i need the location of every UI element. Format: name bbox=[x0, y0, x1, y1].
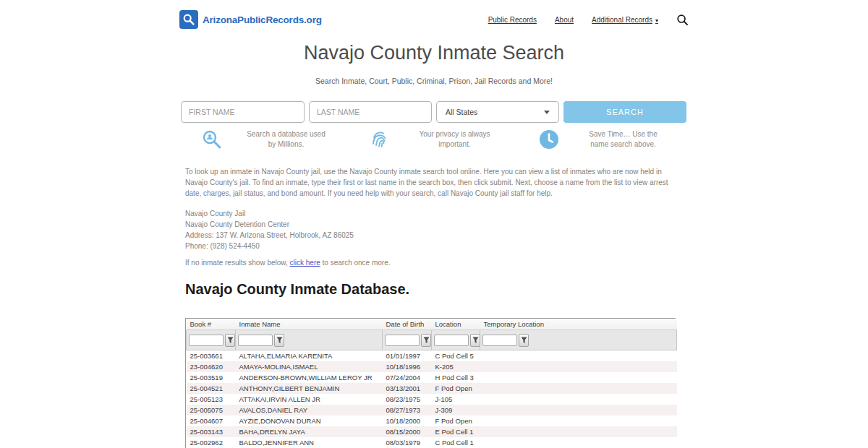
cell-inmate-name: ANTHONY,GILBERT BENJAMIN bbox=[236, 383, 383, 394]
table-row[interactable]: 25-005123 ATTAKAI,IRVIN ALLEN JR 08/23/1… bbox=[187, 394, 677, 405]
first-name-input[interactable] bbox=[181, 101, 305, 123]
table-row[interactable]: 23-004620 AMAYA-MOLINA,ISMAEL 10/18/1996… bbox=[187, 361, 677, 372]
table-row[interactable]: 25-003143 BAHA,DRELYN JAYA 08/15/2000 E … bbox=[187, 426, 677, 437]
cell-date-of-birth: 08/23/1975 bbox=[383, 394, 432, 405]
cell-temporary-location bbox=[480, 372, 677, 383]
inmate-search-form: All States SEARCH bbox=[181, 101, 687, 123]
cell-location: K-205 bbox=[432, 361, 480, 372]
cell-book-number: 25-003661 bbox=[187, 350, 236, 361]
clock-icon bbox=[538, 129, 560, 150]
feature-database: Search a database used by Millions. bbox=[181, 129, 349, 150]
cell-inmate-name: ANDERSON-BROWN,WILLIAM LEROY JR bbox=[236, 372, 383, 383]
table-row[interactable]: 25-003519 ANDERSON-BROWN,WILLIAM LEROY J… bbox=[187, 372, 677, 383]
facility-line: Navajo County Jail bbox=[185, 208, 687, 219]
cell-book-number: 25-002962 bbox=[187, 437, 236, 448]
cell-temporary-location bbox=[480, 383, 677, 394]
cell-book-number: 25-005123 bbox=[187, 394, 236, 405]
filter-input-name[interactable] bbox=[238, 335, 273, 346]
chevron-down-icon bbox=[544, 111, 550, 114]
nav-link-additional-records[interactable]: Additional Records▾ bbox=[592, 16, 658, 24]
cell-location: J-105 bbox=[432, 394, 480, 405]
cell-date-of-birth: 10/18/1996 bbox=[383, 361, 432, 372]
column-header-location[interactable]: Location bbox=[432, 319, 480, 330]
feature-caption: Search a database used by Millions. bbox=[223, 129, 349, 150]
column-header-book[interactable]: Book # bbox=[187, 319, 236, 330]
cell-temporary-location bbox=[480, 437, 677, 448]
funnel-icon[interactable] bbox=[470, 334, 480, 347]
facility-line: Navajo County Detention Center bbox=[185, 219, 687, 230]
retry-link[interactable]: click here bbox=[290, 259, 320, 267]
inmate-table-body: 25-003661 ALTAHA,ELMARIA KARENITA 01/01/… bbox=[187, 350, 677, 448]
facility-info: Navajo County Jail Navajo County Detenti… bbox=[181, 208, 687, 251]
cell-date-of-birth: 08/27/1973 bbox=[383, 405, 432, 415]
cell-temporary-location bbox=[480, 405, 677, 415]
cell-temporary-location bbox=[480, 415, 677, 426]
cell-location: E Pod Cell 1 bbox=[432, 426, 480, 437]
brand-logo[interactable]: ArizonaPublicRecords.org bbox=[179, 10, 322, 29]
filter-input-location[interactable] bbox=[434, 335, 469, 346]
page-subtitle: Search Inmate, Court, Public, Criminal, … bbox=[181, 77, 687, 85]
grid-header-row: Book # Inmate Name Date of Birth Locatio… bbox=[187, 319, 677, 330]
page-title: Navajo County Inmate Search bbox=[181, 42, 687, 64]
retry-text: If no inmate results show below, click h… bbox=[181, 259, 687, 267]
cell-date-of-birth: 03/13/2001 bbox=[383, 383, 432, 394]
cell-inmate-name: ALTAHA,ELMARIA KARENITA bbox=[236, 350, 383, 361]
cell-location: H Pod Cell 3 bbox=[432, 372, 480, 383]
inmate-grid: Book # Inmate Name Date of Birth Locatio… bbox=[185, 318, 676, 448]
feature-save-time: Save Time… Use the name search above. bbox=[518, 129, 686, 150]
cell-date-of-birth: 01/01/1997 bbox=[383, 350, 432, 361]
feature-caption: Save Time… Use the name search above. bbox=[560, 129, 686, 150]
column-header-temp-location[interactable]: Temporary Location bbox=[480, 319, 677, 330]
cell-inmate-name: AVALOS,DANIEL RAY bbox=[236, 405, 383, 415]
cell-temporary-location bbox=[480, 426, 677, 437]
caret-down-icon: ▾ bbox=[655, 17, 658, 24]
funnel-icon[interactable] bbox=[519, 334, 529, 347]
cell-book-number: 25-004521 bbox=[187, 383, 236, 394]
nav-search-icon[interactable] bbox=[676, 14, 689, 26]
feature-privacy: Your privacy is always important. bbox=[349, 129, 518, 150]
nav-link-about[interactable]: About bbox=[555, 16, 574, 24]
logo-magnifier-icon bbox=[179, 10, 198, 29]
nav-link-public-records[interactable]: Public Records bbox=[488, 16, 537, 24]
facility-line: Phone: (928) 524-4450 bbox=[185, 241, 687, 251]
table-row[interactable]: 25-002962 BALDO,JENNIFER ANN 08/03/1979 … bbox=[187, 437, 677, 448]
cell-date-of-birth: 08/15/2000 bbox=[383, 426, 432, 437]
cell-date-of-birth: 08/03/1979 bbox=[383, 437, 432, 448]
funnel-icon[interactable] bbox=[225, 334, 235, 347]
table-row[interactable]: 25-004521 ANTHONY,GILBERT BENJAMIN 03/13… bbox=[187, 383, 677, 394]
cell-inmate-name: BALDO,JENNIFER ANN bbox=[236, 437, 383, 448]
feature-row: Search a database used by Millions. Your… bbox=[181, 129, 687, 150]
column-header-dob[interactable]: Date of Birth bbox=[383, 319, 432, 330]
cell-temporary-location bbox=[480, 394, 677, 405]
cell-temporary-location bbox=[480, 361, 677, 372]
database-heading: Navajo County Inmate Database. bbox=[181, 281, 687, 298]
cell-date-of-birth: 10/18/2000 bbox=[383, 415, 432, 426]
cell-inmate-name: ATTAKAI,IRVIN ALLEN JR bbox=[236, 394, 383, 405]
facility-line: Address: 137 W. Arizona Street, Holbrook… bbox=[185, 230, 687, 241]
cell-inmate-name: AYZIE,DONOVAN DURAN bbox=[236, 415, 383, 426]
search-button[interactable]: SEARCH bbox=[563, 101, 686, 123]
last-name-input[interactable] bbox=[309, 101, 432, 123]
funnel-icon[interactable] bbox=[274, 334, 284, 347]
database-search-icon bbox=[201, 129, 223, 150]
filter-input-dob[interactable] bbox=[385, 335, 420, 346]
state-select[interactable]: All States bbox=[436, 101, 559, 123]
column-header-name[interactable]: Inmate Name bbox=[236, 319, 383, 330]
table-row[interactable]: 25-004607 AYZIE,DONOVAN DURAN 10/18/2000… bbox=[187, 415, 677, 426]
filter-input-temp-location[interactable] bbox=[482, 335, 517, 346]
cell-book-number: 25-003519 bbox=[187, 372, 236, 383]
cell-inmate-name: BAHA,DRELYN JAYA bbox=[236, 426, 383, 437]
filter-input-book[interactable] bbox=[189, 335, 224, 346]
cell-book-number: 25-005075 bbox=[187, 405, 236, 415]
table-row[interactable]: 25-005075 AVALOS,DANIEL RAY 08/27/1973 J… bbox=[187, 405, 677, 415]
funnel-icon[interactable] bbox=[421, 334, 431, 347]
cell-book-number: 23-004620 bbox=[187, 361, 236, 372]
cell-location: C Pod Cell 5 bbox=[432, 350, 480, 361]
cell-location: J-309 bbox=[432, 405, 480, 415]
feature-caption: Your privacy is always important. bbox=[391, 129, 518, 150]
cell-location: C Pod Cell 1 bbox=[432, 437, 480, 448]
intro-paragraph: To look up an inmate in Navajo County ja… bbox=[181, 166, 683, 199]
cell-location: F Pod Open bbox=[432, 383, 480, 394]
table-row[interactable]: 25-003661 ALTAHA,ELMARIA KARENITA 01/01/… bbox=[187, 350, 677, 361]
state-select-value: All States bbox=[446, 108, 477, 116]
